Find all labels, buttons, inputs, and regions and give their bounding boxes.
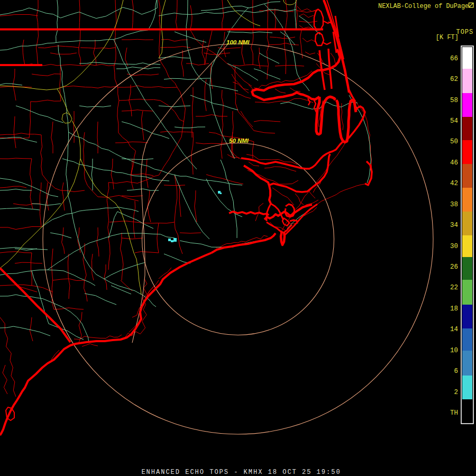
svg-text:TH: TH bbox=[450, 409, 458, 417]
svg-text:2: 2 bbox=[454, 389, 458, 396]
svg-text:ENHANCED ECHO TOPS - KMHX 18 O: ENHANCED ECHO TOPS - KMHX 18 OCT 25 19:5… bbox=[141, 469, 341, 476]
svg-text:50 NMI: 50 NMI bbox=[229, 138, 249, 144]
svg-text:30: 30 bbox=[450, 243, 458, 250]
svg-text:NEXLAB-College of DuPage: NEXLAB-College of DuPage bbox=[378, 3, 469, 10]
svg-text:18: 18 bbox=[450, 305, 458, 313]
svg-text:100 NMI: 100 NMI bbox=[226, 39, 250, 45]
svg-text:14: 14 bbox=[450, 326, 458, 333]
svg-text:10: 10 bbox=[450, 347, 458, 354]
svg-text:42: 42 bbox=[450, 180, 458, 187]
svg-text:50: 50 bbox=[450, 138, 458, 145]
svg-text:34: 34 bbox=[450, 222, 458, 229]
svg-text:22: 22 bbox=[450, 284, 458, 291]
svg-text:[K FT]: [K FT] bbox=[436, 34, 459, 41]
svg-text:66: 66 bbox=[450, 55, 458, 62]
svg-text:62: 62 bbox=[450, 76, 458, 83]
svg-text:26: 26 bbox=[450, 263, 458, 271]
svg-text:38: 38 bbox=[450, 201, 458, 208]
svg-text:6: 6 bbox=[454, 368, 458, 375]
svg-text:TOPS: TOPS bbox=[456, 29, 473, 36]
svg-text:46: 46 bbox=[450, 159, 458, 167]
svg-text:58: 58 bbox=[450, 97, 458, 104]
svg-text:54: 54 bbox=[450, 117, 458, 125]
